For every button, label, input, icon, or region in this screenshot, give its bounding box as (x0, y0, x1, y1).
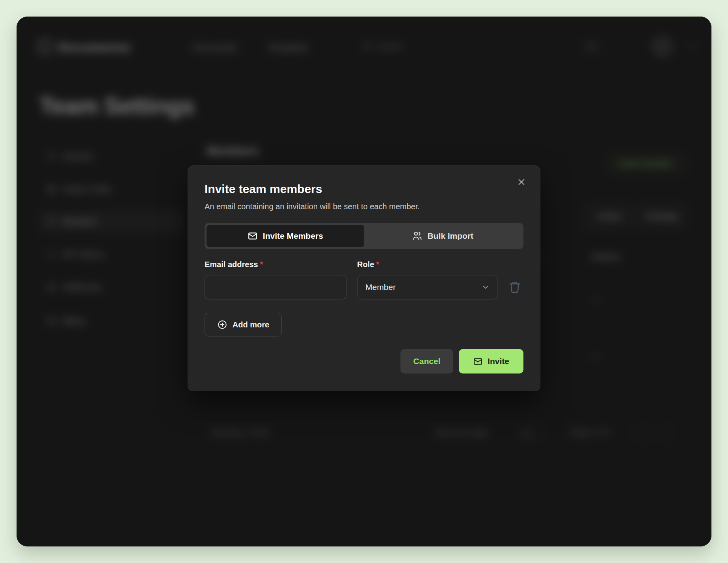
app-window: Documenso Documents Templates Search ⌘K … (17, 17, 711, 546)
required-marker: * (260, 260, 263, 269)
remove-row-button[interactable] (508, 275, 522, 299)
invite-form-row: Email address* Role* Member (205, 260, 523, 299)
cancel-button[interactable]: Cancel (400, 349, 453, 373)
tab-invite-members[interactable]: Invite Members (207, 225, 364, 247)
plus-circle-icon (217, 320, 227, 330)
dialog-title: Invite team members (205, 182, 523, 196)
invite-mode-tabs: Invite Members Bulk Import (205, 223, 523, 249)
email-address-label: Email address* (205, 260, 346, 269)
add-more-button[interactable]: Add more (205, 313, 282, 336)
add-more-label: Add more (233, 320, 269, 329)
tab-label: Invite Members (263, 231, 323, 241)
invite-label: Invite (488, 357, 509, 366)
tab-label: Bulk Import (427, 231, 473, 241)
dialog-subtitle: An email containing an invitation will b… (205, 202, 523, 211)
role-select-value: Member (365, 282, 396, 292)
users-icon (412, 231, 422, 241)
chevron-down-icon (481, 283, 490, 292)
invite-team-members-dialog: Invite team members An email containing … (188, 165, 540, 391)
mail-icon (248, 231, 258, 241)
role-label: Role* (357, 260, 497, 269)
trash-icon (508, 281, 521, 294)
role-select[interactable]: Member (357, 275, 497, 299)
close-icon (517, 178, 526, 186)
dialog-footer: Cancel Invite (205, 349, 523, 373)
email-address-input[interactable] (205, 275, 346, 299)
invite-button[interactable]: Invite (459, 349, 523, 373)
required-marker: * (376, 260, 379, 269)
tab-bulk-import[interactable]: Bulk Import (364, 225, 522, 247)
mail-icon (473, 357, 483, 366)
close-button[interactable] (517, 178, 526, 188)
